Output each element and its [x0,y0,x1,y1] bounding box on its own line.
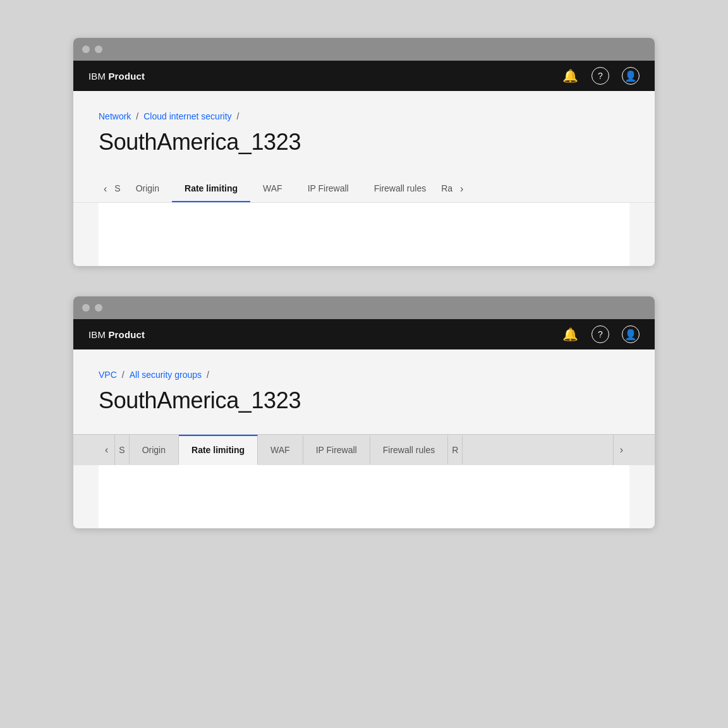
tab-content-2 [99,465,629,528]
title-bar-1 [73,38,655,61]
bell-icon-2[interactable]: 🔔 [561,325,579,343]
breadcrumb-sep-2: / [237,111,240,121]
window-dot-1 [82,46,90,53]
tabs-next-btn-2[interactable]: › [613,435,629,465]
tabs-next-btn-1[interactable]: › [455,176,468,202]
tabs-light: ‹ S Origin Rate limiting WAF IP Firewall… [73,176,655,203]
brand-label-1: IBM Product [88,71,145,82]
window-1: IBM Product 🔔 ? 👤 Network / Cloud intern… [73,38,655,266]
breadcrumb-2: VPC / All security groups / [99,370,629,380]
user-icon-1[interactable]: 👤 [622,67,640,85]
tabs-prev-btn-1[interactable]: ‹ [99,176,112,202]
breadcrumb-link-network[interactable]: Network [99,111,131,121]
tab-item-waf-1[interactable]: WAF [250,176,295,202]
tabs-dark: ‹ S Origin Rate limiting WAF IP Firewall… [73,434,655,465]
tab-item-firewall-rules-1[interactable]: Firewall rules [361,176,439,202]
tab-item-firewall-rules-2[interactable]: Firewall rules [370,435,448,465]
tab-content-1 [99,203,629,266]
tab-panel-rate-limiting-1 [99,203,629,266]
window-dot-3 [82,304,90,312]
tab-panel-rate-limiting-2 [99,465,629,528]
page-title-1: SouthAmerica_1323 [99,129,629,155]
tab-item-rate-limiting-1[interactable]: Rate limiting [172,176,250,202]
bell-icon-1[interactable]: 🔔 [561,67,579,85]
tab-item-origin-2[interactable]: Origin [130,435,179,465]
tab-item-ip-firewall-1[interactable]: IP Firewall [295,176,361,202]
help-icon-1[interactable]: ? [592,67,609,85]
breadcrumb-1: Network / Cloud internet security / [99,111,629,121]
tab-item-ra-1[interactable]: Ra [439,176,455,202]
tab-item-s-1[interactable]: S [112,176,123,202]
tab-item-origin-1[interactable]: Origin [123,176,172,202]
window-dot-4 [95,304,102,312]
nav-icons-1: 🔔 ? 👤 [561,67,640,85]
breadcrumb-sep-1: / [136,111,138,121]
tab-item-r-2[interactable]: R [448,435,463,465]
top-nav-2: IBM Product 🔔 ? 👤 [73,319,655,349]
title-bar-2 [73,296,655,319]
page-title-2: SouthAmerica_1323 [99,387,629,414]
window-2: IBM Product 🔔 ? 👤 VPC / All security gro… [73,296,655,528]
content-2: VPC / All security groups / SouthAmerica… [73,349,655,528]
content-1: Network / Cloud internet security / Sout… [73,91,655,266]
brand-label-2: IBM Product [88,329,145,340]
tab-item-ip-firewall-2[interactable]: IP Firewall [303,435,370,465]
breadcrumb-sep-4: / [207,370,209,380]
breadcrumb-link-vpc[interactable]: VPC [99,370,117,380]
tab-item-s-2[interactable]: S [115,435,129,465]
user-icon-2[interactable]: 👤 [622,325,640,343]
nav-icons-2: 🔔 ? 👤 [561,325,640,343]
tabs-prev-btn-2[interactable]: ‹ [99,435,115,465]
window-dot-2 [95,46,102,53]
breadcrumb-sep-3: / [122,370,124,380]
tab-item-waf-2[interactable]: WAF [258,435,303,465]
top-nav-1: IBM Product 🔔 ? 👤 [73,61,655,91]
breadcrumb-link-security-groups[interactable]: All security groups [130,370,202,380]
breadcrumb-link-cloud-internet[interactable]: Cloud internet security [143,111,231,121]
help-icon-2[interactable]: ? [592,325,609,343]
tab-item-rate-limiting-2[interactable]: Rate limiting [179,435,258,465]
